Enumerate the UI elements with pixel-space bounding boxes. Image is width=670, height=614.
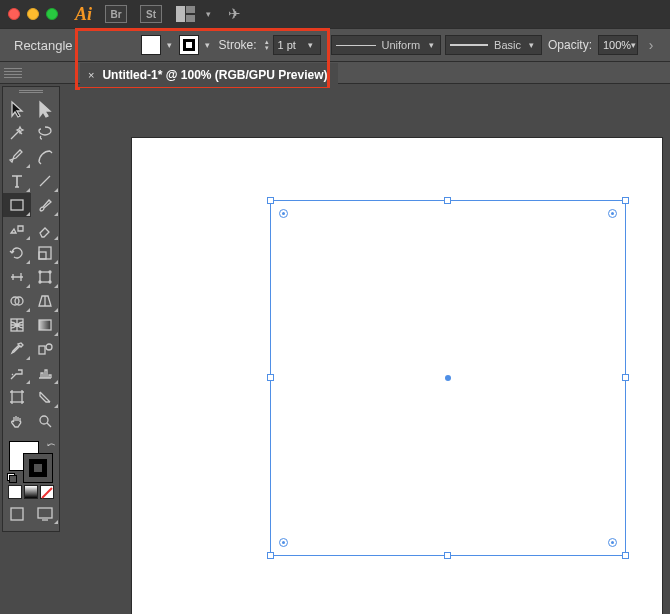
- window-zoom-button[interactable]: [46, 8, 58, 20]
- tool-paintbrush[interactable]: [31, 193, 59, 217]
- corner-widget-nw[interactable]: [279, 209, 288, 218]
- screen-mode-button[interactable]: [31, 503, 59, 525]
- window-minimize-button[interactable]: [27, 8, 39, 20]
- resize-handle-e[interactable]: [622, 374, 629, 381]
- resize-handle-w[interactable]: [267, 374, 274, 381]
- svg-rect-5: [39, 252, 46, 259]
- variable-width-profile[interactable]: Uniform ▾: [331, 35, 442, 55]
- stroke-color[interactable]: [23, 453, 53, 483]
- document-tab-title: Untitled-1* @ 100% (RGB/GPU Preview): [102, 68, 327, 82]
- tool-pen[interactable]: [3, 145, 31, 169]
- arrange-documents-button[interactable]: [175, 5, 197, 23]
- stroke-weight-value: 1 pt: [278, 39, 296, 51]
- opacity-label: Opacity:: [548, 38, 592, 52]
- app-logo: Ai: [75, 4, 92, 25]
- default-fill-stroke-icon[interactable]: [7, 473, 17, 483]
- svg-rect-20: [38, 508, 52, 518]
- corner-widget-ne[interactable]: [608, 209, 617, 218]
- bridge-button[interactable]: Br: [105, 5, 127, 23]
- panel-grip[interactable]: [4, 68, 22, 78]
- window-titlebar: Ai Br St ▾ ✈: [0, 0, 670, 28]
- swap-fill-stroke-icon[interactable]: ⤺: [47, 439, 55, 450]
- color-mode-none[interactable]: [40, 485, 54, 499]
- opacity-field[interactable]: 100% ▾: [598, 35, 638, 55]
- selection-center: [445, 375, 451, 381]
- tool-scale[interactable]: [31, 241, 59, 265]
- tools-panel-grip[interactable]: [3, 87, 59, 97]
- stroke-weight-menu[interactable]: ▾: [306, 40, 316, 50]
- variable-width-profile-caret[interactable]: ▾: [426, 40, 436, 50]
- tool-direct-selection[interactable]: [31, 97, 59, 121]
- fill-stroke-control[interactable]: ⤺: [7, 439, 55, 483]
- corner-widget-se[interactable]: [608, 538, 617, 547]
- stroke-swatch[interactable]: [179, 35, 199, 55]
- gpu-performance-icon[interactable]: ✈: [228, 5, 241, 23]
- close-tab-icon[interactable]: ×: [88, 69, 94, 81]
- svg-rect-3: [11, 200, 23, 210]
- window-close-button[interactable]: [8, 8, 20, 20]
- resize-handle-sw[interactable]: [267, 552, 274, 559]
- tool-width[interactable]: [3, 265, 31, 289]
- stock-button[interactable]: St: [140, 5, 162, 23]
- resize-handle-nw[interactable]: [267, 197, 274, 204]
- color-mode-solid[interactable]: [8, 485, 22, 499]
- tool-artboard[interactable]: [3, 385, 31, 409]
- arrange-documents-caret[interactable]: ▾: [206, 9, 211, 19]
- tool-blend[interactable]: [31, 337, 59, 361]
- resize-handle-se[interactable]: [622, 552, 629, 559]
- tool-eyedropper[interactable]: [3, 337, 31, 361]
- control-bar-more[interactable]: ›: [642, 37, 660, 53]
- tool-slice[interactable]: [31, 385, 59, 409]
- draw-normal-mode[interactable]: [3, 503, 31, 525]
- tool-zoom[interactable]: [31, 409, 59, 433]
- document-tab[interactable]: × Untitled-1* @ 100% (RGB/GPU Preview): [80, 63, 338, 87]
- svg-point-16: [46, 344, 52, 350]
- svg-rect-2: [186, 15, 195, 22]
- control-bar: Rectangle ▾ ▾ Stroke: ▴ ▾ 1 pt ▾ Uniform…: [0, 28, 670, 62]
- fill-swatch[interactable]: [141, 35, 161, 55]
- selected-rectangle[interactable]: [270, 200, 626, 556]
- opacity-menu[interactable]: ▾: [631, 40, 636, 50]
- tool-shape-builder[interactable]: [3, 289, 31, 313]
- brush-definition[interactable]: Basic ▾: [445, 35, 542, 55]
- svg-rect-4: [39, 247, 51, 259]
- tool-eraser[interactable]: [31, 217, 59, 241]
- tool-curvature[interactable]: [31, 145, 59, 169]
- stroke-weight-down[interactable]: ▾: [265, 45, 269, 51]
- tool-gradient[interactable]: [31, 313, 59, 337]
- tool-hand[interactable]: [3, 409, 31, 433]
- tool-symbol-sprayer[interactable]: [3, 361, 31, 385]
- stroke-swatch-menu[interactable]: ▾: [203, 40, 213, 50]
- opacity-value: 100%: [603, 39, 631, 51]
- stroke-label: Stroke:: [219, 38, 257, 52]
- tool-shaper[interactable]: [3, 217, 31, 241]
- svg-rect-19: [11, 508, 23, 520]
- resize-handle-s[interactable]: [444, 552, 451, 559]
- tool-rectangle[interactable]: [3, 193, 31, 217]
- tool-type[interactable]: [3, 169, 31, 193]
- document-workarea[interactable]: [80, 88, 670, 614]
- svg-rect-15: [39, 346, 45, 354]
- tool-perspective-grid[interactable]: [31, 289, 59, 313]
- svg-rect-17: [12, 392, 22, 402]
- resize-handle-n[interactable]: [444, 197, 451, 204]
- tools-panel: ⤺: [2, 86, 60, 532]
- tool-selection[interactable]: [3, 97, 31, 121]
- brush-definition-caret[interactable]: ▾: [527, 40, 537, 50]
- tool-free-transform[interactable]: [31, 265, 59, 289]
- svg-rect-14: [39, 320, 51, 330]
- svg-rect-0: [176, 6, 185, 22]
- fill-swatch-menu[interactable]: ▾: [165, 40, 175, 50]
- tool-magic-wand[interactable]: [3, 121, 31, 145]
- tool-mesh[interactable]: [3, 313, 31, 337]
- stroke-weight-field[interactable]: 1 pt ▾: [273, 35, 321, 55]
- tool-column-graph[interactable]: [31, 361, 59, 385]
- tool-line-segment[interactable]: [31, 169, 59, 193]
- svg-rect-1: [186, 6, 195, 13]
- color-mode-gradient[interactable]: [24, 485, 38, 499]
- corner-widget-sw[interactable]: [279, 538, 288, 547]
- artboard[interactable]: [132, 138, 662, 614]
- resize-handle-ne[interactable]: [622, 197, 629, 204]
- tool-lasso[interactable]: [31, 121, 59, 145]
- tool-rotate[interactable]: [3, 241, 31, 265]
